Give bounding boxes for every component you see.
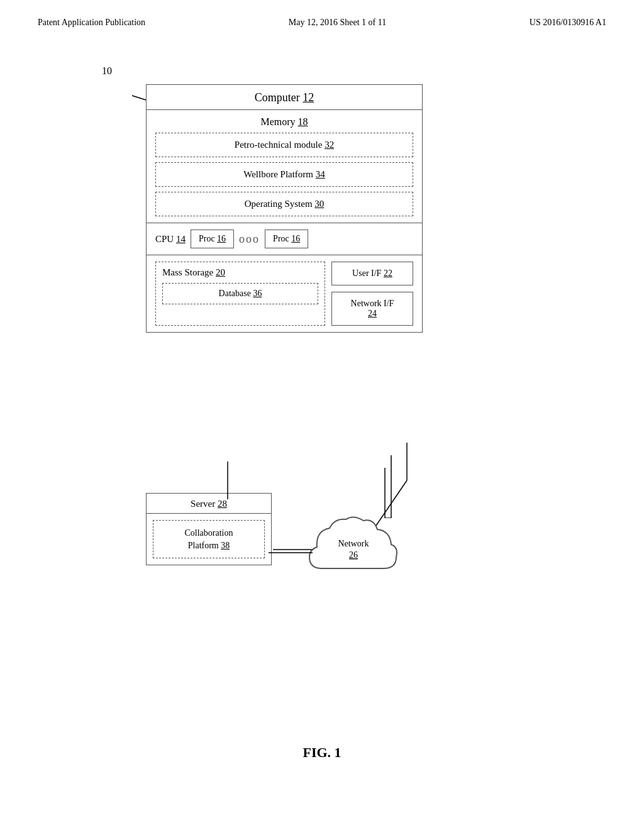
database-num: 36 bbox=[253, 289, 262, 298]
diagram-area: 10 Computer 12 Memory 18 Petro-technical… bbox=[70, 65, 574, 726]
label-10: 10 bbox=[102, 65, 112, 77]
proc-box-1: Proc 16 bbox=[191, 230, 234, 248]
figure-caption: FIG. 1 bbox=[0, 744, 644, 761]
wellbore-num: 34 bbox=[316, 169, 325, 179]
page-header: Patent Application Publication May 12, 2… bbox=[0, 0, 644, 28]
computer-title-num: 12 bbox=[303, 91, 314, 104]
computer-server-connector bbox=[221, 462, 234, 499]
server-box: Server 28 CollaborationPlatform 38 bbox=[146, 493, 272, 565]
petro-technical-box: Petro-technical module 32 bbox=[155, 133, 413, 157]
os-num: 30 bbox=[314, 199, 324, 209]
mass-storage-title: Mass Storage 20 bbox=[162, 267, 318, 278]
computer-box: Computer 12 Memory 18 Petro-technical mo… bbox=[146, 84, 423, 333]
cpu-num: 14 bbox=[176, 234, 186, 244]
wellbore-box: Wellbore Platform 34 bbox=[155, 162, 413, 187]
memory-title-num: 18 bbox=[298, 116, 308, 127]
cpu-section: CPU 14 Proc 16 ooo Proc 16 bbox=[147, 223, 422, 255]
proc-num-2: 16 bbox=[291, 234, 300, 243]
mass-storage-num: 20 bbox=[216, 267, 225, 277]
storage-left: Mass Storage 20 Database 36 bbox=[155, 262, 325, 326]
header-right: US 2016/0130916 A1 bbox=[530, 18, 606, 28]
cpu-label: CPU 14 bbox=[155, 234, 186, 245]
network-if-num: 24 bbox=[368, 309, 377, 318]
user-if-box: User I/F 22 bbox=[331, 262, 413, 285]
storage-section: Mass Storage 20 Database 36 User I/F 22 … bbox=[147, 255, 422, 332]
header-center: May 12, 2016 Sheet 1 of 11 bbox=[289, 18, 386, 28]
header-left: Patent Application Publication bbox=[38, 18, 145, 28]
storage-right: User I/F 22 Network I/F24 bbox=[331, 262, 413, 326]
server-title: Server 28 bbox=[147, 494, 271, 514]
computer-title-text: Computer bbox=[255, 91, 303, 104]
svg-line-0 bbox=[132, 96, 146, 100]
svg-text:Network: Network bbox=[338, 539, 369, 548]
cpu-dots: ooo bbox=[239, 233, 260, 246]
collab-num: 38 bbox=[221, 541, 230, 550]
petro-num: 32 bbox=[325, 140, 334, 150]
memory-title: Memory 18 bbox=[155, 116, 413, 128]
os-text: Operating System bbox=[245, 199, 315, 209]
wellbore-text: Wellbore Platform bbox=[243, 169, 316, 179]
user-if-num: 22 bbox=[384, 268, 392, 278]
netif-cloud-connector bbox=[385, 455, 397, 518]
os-box: Operating System 30 bbox=[155, 192, 413, 216]
server-network-connector bbox=[269, 543, 319, 562]
proc-box-2: Proc 16 bbox=[265, 230, 308, 248]
collab-box: CollaborationPlatform 38 bbox=[153, 520, 265, 558]
database-box: Database 36 bbox=[162, 283, 318, 304]
server-num: 28 bbox=[218, 499, 227, 509]
svg-text:26: 26 bbox=[349, 550, 358, 560]
network-if-box: Network I/F24 bbox=[331, 292, 413, 326]
petro-text: Petro-technical module bbox=[235, 140, 325, 150]
proc-num-1: 16 bbox=[217, 234, 226, 243]
memory-section: Memory 18 Petro-technical module 32 Well… bbox=[147, 110, 422, 223]
computer-title: Computer 12 bbox=[147, 85, 422, 110]
memory-title-text: Memory bbox=[260, 116, 297, 127]
